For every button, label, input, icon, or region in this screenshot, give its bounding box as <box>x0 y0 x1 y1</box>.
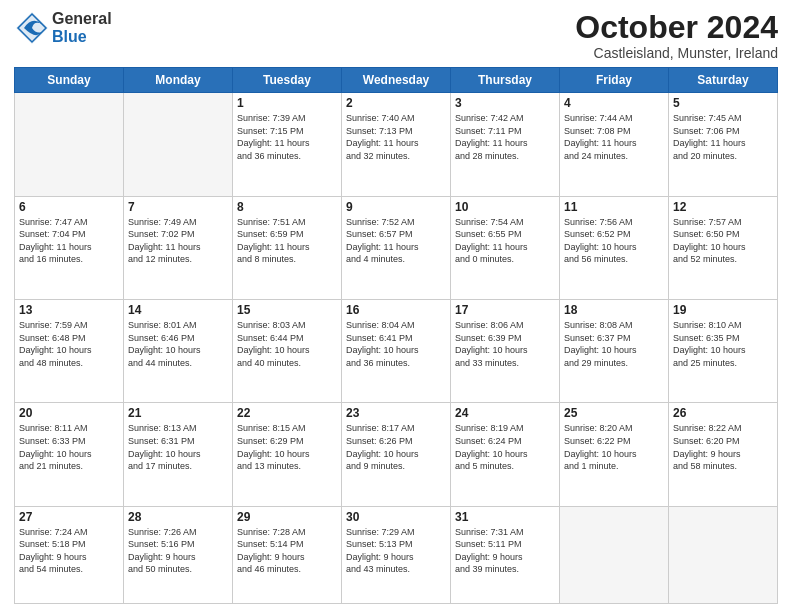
day-info: Sunrise: 7:54 AM Sunset: 6:55 PM Dayligh… <box>455 216 555 266</box>
day-number: 8 <box>237 200 337 214</box>
calendar-week-row: 1Sunrise: 7:39 AM Sunset: 7:15 PM Daylig… <box>15 93 778 196</box>
day-info: Sunrise: 8:13 AM Sunset: 6:31 PM Dayligh… <box>128 422 228 472</box>
calendar-day-cell: 15Sunrise: 8:03 AM Sunset: 6:44 PM Dayli… <box>233 299 342 402</box>
calendar-day-cell: 14Sunrise: 8:01 AM Sunset: 6:46 PM Dayli… <box>124 299 233 402</box>
day-info: Sunrise: 7:52 AM Sunset: 6:57 PM Dayligh… <box>346 216 446 266</box>
day-number: 11 <box>564 200 664 214</box>
logo-blue: Blue <box>52 28 112 46</box>
calendar-day-cell <box>124 93 233 196</box>
day-number: 15 <box>237 303 337 317</box>
calendar-day-cell: 24Sunrise: 8:19 AM Sunset: 6:24 PM Dayli… <box>451 403 560 506</box>
calendar-week-row: 6Sunrise: 7:47 AM Sunset: 7:04 PM Daylig… <box>15 196 778 299</box>
day-number: 7 <box>128 200 228 214</box>
day-info: Sunrise: 7:28 AM Sunset: 5:14 PM Dayligh… <box>237 526 337 576</box>
location: Castleisland, Munster, Ireland <box>575 45 778 61</box>
day-info: Sunrise: 8:22 AM Sunset: 6:20 PM Dayligh… <box>673 422 773 472</box>
calendar-day-cell: 4Sunrise: 7:44 AM Sunset: 7:08 PM Daylig… <box>560 93 669 196</box>
day-info: Sunrise: 8:17 AM Sunset: 6:26 PM Dayligh… <box>346 422 446 472</box>
day-info: Sunrise: 8:10 AM Sunset: 6:35 PM Dayligh… <box>673 319 773 369</box>
calendar-week-row: 27Sunrise: 7:24 AM Sunset: 5:18 PM Dayli… <box>15 506 778 603</box>
day-info: Sunrise: 7:42 AM Sunset: 7:11 PM Dayligh… <box>455 112 555 162</box>
day-number: 2 <box>346 96 446 110</box>
day-info: Sunrise: 7:26 AM Sunset: 5:16 PM Dayligh… <box>128 526 228 576</box>
calendar-table: Sunday Monday Tuesday Wednesday Thursday… <box>14 67 778 604</box>
day-info: Sunrise: 7:45 AM Sunset: 7:06 PM Dayligh… <box>673 112 773 162</box>
day-number: 24 <box>455 406 555 420</box>
day-number: 18 <box>564 303 664 317</box>
day-info: Sunrise: 7:31 AM Sunset: 5:11 PM Dayligh… <box>455 526 555 576</box>
calendar-day-cell: 22Sunrise: 8:15 AM Sunset: 6:29 PM Dayli… <box>233 403 342 506</box>
calendar-day-cell <box>560 506 669 603</box>
day-number: 25 <box>564 406 664 420</box>
calendar-week-row: 13Sunrise: 7:59 AM Sunset: 6:48 PM Dayli… <box>15 299 778 402</box>
day-info: Sunrise: 8:06 AM Sunset: 6:39 PM Dayligh… <box>455 319 555 369</box>
col-wednesday: Wednesday <box>342 68 451 93</box>
day-number: 27 <box>19 510 119 524</box>
day-info: Sunrise: 7:29 AM Sunset: 5:13 PM Dayligh… <box>346 526 446 576</box>
calendar-day-cell: 6Sunrise: 7:47 AM Sunset: 7:04 PM Daylig… <box>15 196 124 299</box>
col-tuesday: Tuesday <box>233 68 342 93</box>
calendar-day-cell: 29Sunrise: 7:28 AM Sunset: 5:14 PM Dayli… <box>233 506 342 603</box>
day-number: 1 <box>237 96 337 110</box>
calendar-day-cell: 25Sunrise: 8:20 AM Sunset: 6:22 PM Dayli… <box>560 403 669 506</box>
day-number: 22 <box>237 406 337 420</box>
col-saturday: Saturday <box>669 68 778 93</box>
calendar-day-cell <box>15 93 124 196</box>
day-number: 10 <box>455 200 555 214</box>
col-sunday: Sunday <box>15 68 124 93</box>
calendar-day-cell: 21Sunrise: 8:13 AM Sunset: 6:31 PM Dayli… <box>124 403 233 506</box>
day-number: 12 <box>673 200 773 214</box>
day-number: 21 <box>128 406 228 420</box>
title-block: October 2024 Castleisland, Munster, Irel… <box>575 10 778 61</box>
day-info: Sunrise: 7:49 AM Sunset: 7:02 PM Dayligh… <box>128 216 228 266</box>
calendar-day-cell: 10Sunrise: 7:54 AM Sunset: 6:55 PM Dayli… <box>451 196 560 299</box>
col-monday: Monday <box>124 68 233 93</box>
calendar-day-cell: 20Sunrise: 8:11 AM Sunset: 6:33 PM Dayli… <box>15 403 124 506</box>
day-info: Sunrise: 7:59 AM Sunset: 6:48 PM Dayligh… <box>19 319 119 369</box>
day-number: 30 <box>346 510 446 524</box>
day-info: Sunrise: 8:08 AM Sunset: 6:37 PM Dayligh… <box>564 319 664 369</box>
calendar-day-cell: 23Sunrise: 8:17 AM Sunset: 6:26 PM Dayli… <box>342 403 451 506</box>
day-number: 6 <box>19 200 119 214</box>
day-number: 14 <box>128 303 228 317</box>
header: General Blue October 2024 Castleisland, … <box>14 10 778 61</box>
day-info: Sunrise: 7:44 AM Sunset: 7:08 PM Dayligh… <box>564 112 664 162</box>
day-number: 20 <box>19 406 119 420</box>
calendar-day-cell: 8Sunrise: 7:51 AM Sunset: 6:59 PM Daylig… <box>233 196 342 299</box>
calendar-day-cell: 12Sunrise: 7:57 AM Sunset: 6:50 PM Dayli… <box>669 196 778 299</box>
logo-text: General Blue <box>52 10 112 45</box>
calendar-day-cell: 26Sunrise: 8:22 AM Sunset: 6:20 PM Dayli… <box>669 403 778 506</box>
calendar-day-cell: 2Sunrise: 7:40 AM Sunset: 7:13 PM Daylig… <box>342 93 451 196</box>
day-number: 4 <box>564 96 664 110</box>
day-info: Sunrise: 7:57 AM Sunset: 6:50 PM Dayligh… <box>673 216 773 266</box>
month-title: October 2024 <box>575 10 778 45</box>
logo-general: General <box>52 10 112 28</box>
calendar-day-cell: 11Sunrise: 7:56 AM Sunset: 6:52 PM Dayli… <box>560 196 669 299</box>
calendar-day-cell: 31Sunrise: 7:31 AM Sunset: 5:11 PM Dayli… <box>451 506 560 603</box>
day-number: 23 <box>346 406 446 420</box>
day-info: Sunrise: 7:56 AM Sunset: 6:52 PM Dayligh… <box>564 216 664 266</box>
day-info: Sunrise: 8:11 AM Sunset: 6:33 PM Dayligh… <box>19 422 119 472</box>
day-number: 28 <box>128 510 228 524</box>
calendar-day-cell: 27Sunrise: 7:24 AM Sunset: 5:18 PM Dayli… <box>15 506 124 603</box>
calendar-day-cell: 28Sunrise: 7:26 AM Sunset: 5:16 PM Dayli… <box>124 506 233 603</box>
calendar-day-cell: 3Sunrise: 7:42 AM Sunset: 7:11 PM Daylig… <box>451 93 560 196</box>
calendar-day-cell: 1Sunrise: 7:39 AM Sunset: 7:15 PM Daylig… <box>233 93 342 196</box>
col-friday: Friday <box>560 68 669 93</box>
calendar-header-row: Sunday Monday Tuesday Wednesday Thursday… <box>15 68 778 93</box>
calendar-day-cell: 13Sunrise: 7:59 AM Sunset: 6:48 PM Dayli… <box>15 299 124 402</box>
calendar-day-cell: 19Sunrise: 8:10 AM Sunset: 6:35 PM Dayli… <box>669 299 778 402</box>
day-info: Sunrise: 7:47 AM Sunset: 7:04 PM Dayligh… <box>19 216 119 266</box>
day-info: Sunrise: 8:04 AM Sunset: 6:41 PM Dayligh… <box>346 319 446 369</box>
logo: General Blue <box>14 10 112 46</box>
calendar-week-row: 20Sunrise: 8:11 AM Sunset: 6:33 PM Dayli… <box>15 403 778 506</box>
calendar-day-cell: 18Sunrise: 8:08 AM Sunset: 6:37 PM Dayli… <box>560 299 669 402</box>
day-info: Sunrise: 8:15 AM Sunset: 6:29 PM Dayligh… <box>237 422 337 472</box>
calendar-day-cell: 9Sunrise: 7:52 AM Sunset: 6:57 PM Daylig… <box>342 196 451 299</box>
day-info: Sunrise: 8:20 AM Sunset: 6:22 PM Dayligh… <box>564 422 664 472</box>
day-info: Sunrise: 8:01 AM Sunset: 6:46 PM Dayligh… <box>128 319 228 369</box>
day-number: 31 <box>455 510 555 524</box>
day-number: 9 <box>346 200 446 214</box>
day-info: Sunrise: 7:39 AM Sunset: 7:15 PM Dayligh… <box>237 112 337 162</box>
logo-icon <box>14 10 50 46</box>
